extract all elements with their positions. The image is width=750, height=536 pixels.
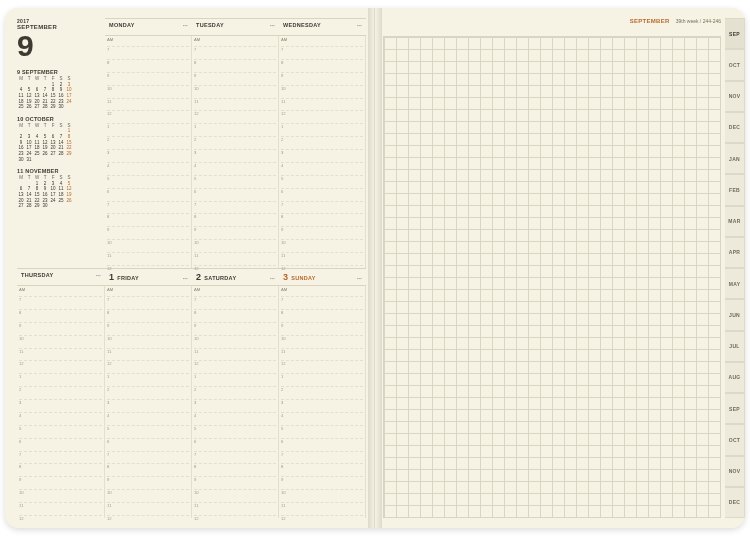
- month-tab-sep-12[interactable]: SEP: [725, 393, 745, 424]
- month-tabs: SEPOCTNOVDECJANFEBMARAPRMAYJUNJULAUGSEPO…: [725, 18, 745, 518]
- month-tab-feb-5[interactable]: FEB: [725, 174, 745, 205]
- planner-spread: 2017 SEPTEMBER 9 9 SEPTEMBERMTWTFSS12345…: [5, 8, 745, 528]
- month-tab-apr-7[interactable]: APR: [725, 237, 745, 268]
- right-month: SEPTEMBER: [630, 18, 670, 24]
- col-body-fri: AM789101112123456789101112: [105, 286, 192, 518]
- mini-calendars: 9 SEPTEMBERMTWTFSS1234567891011121314151…: [17, 69, 101, 209]
- month-tab-nov-2[interactable]: NOV: [725, 81, 745, 112]
- col-body-tue: AM789101112123456789101112: [192, 36, 279, 268]
- month-tab-may-8[interactable]: MAY: [725, 268, 745, 299]
- col-head-wednesday: WEDNESDAY•••: [279, 18, 366, 36]
- month-tab-dec-3[interactable]: DEC: [725, 112, 745, 143]
- month-tab-oct-1[interactable]: OCT: [725, 49, 745, 80]
- col-head-friday: 1FRIDAY•••: [105, 268, 192, 286]
- month-tab-jul-10[interactable]: JUL: [725, 331, 745, 362]
- col-body-sun: AM789101112123456789101112: [279, 286, 366, 518]
- right-page: SEPTEMBER 39th week / 244-246 SEPOCTNOVD…: [375, 8, 745, 528]
- right-page-header: SEPTEMBER 39th week / 244-246: [383, 18, 721, 24]
- month-tab-dec-15[interactable]: DEC: [725, 487, 745, 518]
- col-body-mon: AM789101112123456789101112: [105, 36, 192, 268]
- col-body-sat: AM789101112123456789101112: [192, 286, 279, 518]
- col-head-thursday: THURSDAY•••: [17, 268, 105, 286]
- col-head-tuesday: TUESDAY•••: [192, 18, 279, 36]
- col-head-sunday: 3SUNDAY•••: [279, 268, 366, 286]
- month-tab-nov-14[interactable]: NOV: [725, 456, 745, 487]
- date-block: 2017 SEPTEMBER 9 9 SEPTEMBERMTWTFSS12345…: [17, 18, 105, 268]
- col-head-monday: MONDAY•••: [105, 18, 192, 36]
- col-body-thu: AM789101112123456789101112: [17, 286, 105, 518]
- day-number: 9: [17, 32, 101, 59]
- month-tab-sep-0[interactable]: SEP: [725, 18, 745, 49]
- col-body-wed: AM789101112123456789101112: [279, 36, 366, 268]
- month-tab-aug-11[interactable]: AUG: [725, 362, 745, 393]
- month-tab-jan-4[interactable]: JAN: [725, 143, 745, 174]
- month-tab-jun-9[interactable]: JUN: [725, 299, 745, 330]
- month-tab-oct-13[interactable]: OCT: [725, 424, 745, 455]
- grid-paper: [383, 36, 721, 518]
- month-tab-mar-6[interactable]: MAR: [725, 206, 745, 237]
- col-head-saturday: 2SATURDAY•••: [192, 268, 279, 286]
- left-page: 2017 SEPTEMBER 9 9 SEPTEMBERMTWTFSS12345…: [5, 8, 375, 528]
- right-week-info: 39th week / 244-246: [676, 18, 721, 24]
